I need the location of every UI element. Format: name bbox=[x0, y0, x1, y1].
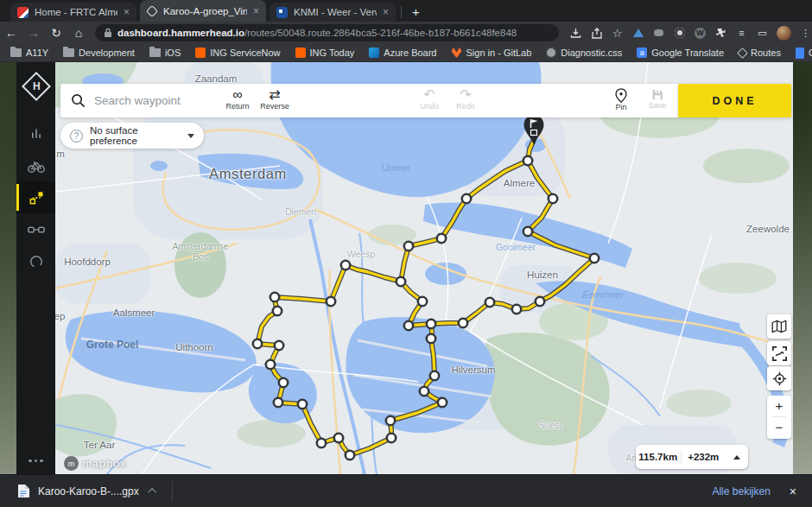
pin-button[interactable]: Pin bbox=[615, 88, 628, 111]
settings-extension-icon[interactable] bbox=[673, 27, 686, 40]
route-start-marker[interactable] bbox=[523, 114, 545, 147]
bookmark-a11y[interactable]: A11Y bbox=[10, 48, 48, 58]
save-button[interactable]: Save bbox=[649, 88, 667, 110]
bookmark-label: Azure Board bbox=[384, 48, 436, 58]
sidebar-item-routes[interactable] bbox=[16, 181, 55, 213]
zoom-in-button[interactable]: + bbox=[767, 396, 791, 416]
bookmark-star-icon[interactable]: ☆ bbox=[611, 27, 624, 40]
view-all-downloads-link[interactable]: Alle bekijken bbox=[712, 485, 770, 497]
map-label: Amsterdam bbox=[209, 166, 287, 182]
map-label: Hilversum bbox=[451, 364, 495, 375]
mapbox-attribution[interactable]: m mapbox bbox=[64, 456, 127, 471]
a11y-extension-icon[interactable] bbox=[631, 27, 644, 40]
search-waypoint-input[interactable] bbox=[94, 94, 206, 107]
hammerhead-logo-icon[interactable]: H bbox=[22, 72, 51, 101]
bookmark-development[interactable]: Development bbox=[63, 48, 135, 58]
wordpress-extension-icon[interactable]: W bbox=[694, 27, 707, 40]
tampermonkey-extension-icon[interactable]: ≡ bbox=[735, 27, 748, 40]
map-label: Aalsmeer bbox=[113, 307, 155, 318]
tab-karoo-route[interactable]: Karoo-A-groep_Vinkeveen-Lo × bbox=[140, 0, 266, 22]
browser-menu-icon[interactable]: ⋮ bbox=[799, 27, 812, 40]
bookmark-google-document[interactable]: Google Document... bbox=[796, 48, 812, 59]
done-button[interactable]: DONE bbox=[678, 84, 791, 117]
redo-button[interactable]: ↷ Redo bbox=[456, 87, 475, 111]
return-loop-icon: ∞ bbox=[232, 87, 242, 102]
screen: Home - FRTC Almere × Karoo-A-groep_Vinke… bbox=[0, 0, 812, 507]
help-icon[interactable]: ? bbox=[70, 130, 83, 143]
url-path: /routes/50048.route.2864bca5-216f-46be-b… bbox=[244, 28, 517, 38]
route-distance: 115.7km bbox=[636, 452, 681, 462]
locate-button[interactable] bbox=[767, 366, 791, 390]
bookmark-diagnostic-css[interactable]: Diagnostic.css bbox=[546, 48, 622, 58]
search-icon bbox=[71, 93, 86, 108]
bookmark-google-translate[interactable]: Google Translate bbox=[637, 48, 724, 58]
home-button[interactable]: ⌂ bbox=[67, 26, 90, 40]
map-label: Zaandam bbox=[195, 73, 238, 84]
sidebar-item-devices[interactable] bbox=[16, 213, 55, 245]
tab-close-icon[interactable]: × bbox=[383, 6, 389, 18]
bookmark-ing-today[interactable]: ING Today bbox=[295, 48, 355, 58]
undo-button[interactable]: ↶ Undo bbox=[420, 87, 439, 111]
folder-icon bbox=[63, 48, 74, 57]
route-stats[interactable]: 115.7km +232m bbox=[636, 445, 748, 469]
back-button[interactable]: ← bbox=[0, 26, 22, 40]
azure-icon bbox=[369, 48, 379, 58]
folder-icon bbox=[149, 48, 161, 57]
close-downloads-bar-icon[interactable]: × bbox=[790, 485, 796, 498]
sidebar-item-activities[interactable] bbox=[16, 117, 55, 149]
bookmark-routes[interactable]: Routes bbox=[739, 48, 781, 58]
share-icon[interactable] bbox=[590, 27, 603, 40]
sidebar-more-button[interactable] bbox=[29, 459, 43, 463]
extensions-puzzle-icon[interactable] bbox=[714, 27, 727, 40]
bar-chart-icon bbox=[28, 125, 45, 143]
sidebar-item-bikes[interactable] bbox=[16, 149, 55, 181]
install-app-icon[interactable] bbox=[569, 27, 582, 40]
reverse-button[interactable]: ⇄ Reverse bbox=[260, 87, 289, 111]
zoom-out-button[interactable]: − bbox=[767, 417, 791, 438]
map-label: Gooimeer bbox=[496, 242, 536, 252]
new-tab-button[interactable]: + bbox=[412, 4, 420, 22]
map-label: Uithoorn bbox=[175, 342, 213, 352]
surface-preference-dropdown[interactable]: ? No surface preference bbox=[60, 123, 204, 149]
bookmark-ing-servicenow[interactable]: ING ServiceNow bbox=[195, 48, 280, 58]
map-canvas[interactable]: ZaandamAmsterdamIJmeerAlmereDiemenWeespG… bbox=[55, 62, 793, 474]
downloads-right: Alle bekijken × bbox=[712, 485, 796, 498]
fit-route-button[interactable] bbox=[767, 341, 791, 365]
tab-knmi[interactable]: KNMI - Weer - Verwachtingen × bbox=[270, 3, 396, 22]
bookmark-label: ING Today bbox=[310, 48, 355, 58]
tab-close-icon[interactable]: × bbox=[124, 6, 130, 18]
side-panel-icon[interactable]: ▭ bbox=[756, 27, 769, 40]
address-bar[interactable]: dashboard.hammerhead.io/routes/50048.rou… bbox=[95, 24, 559, 41]
sidebar-item-sync[interactable] bbox=[16, 245, 55, 277]
download-chevron-icon[interactable] bbox=[148, 488, 156, 497]
mapbox-logo-icon: m bbox=[64, 456, 79, 471]
tab-close-icon[interactable]: × bbox=[253, 5, 259, 17]
bookmark-gitlab[interactable]: Sign in - GitLab bbox=[452, 48, 532, 58]
password-extension-icon[interactable] bbox=[652, 27, 665, 40]
fit-to-screen-icon bbox=[772, 346, 787, 361]
bookmark-azure-board[interactable]: Azure Board bbox=[369, 48, 436, 58]
return-button[interactable]: ∞ Return bbox=[225, 87, 249, 111]
bookmark-label: Development bbox=[79, 48, 135, 58]
profile-avatar[interactable] bbox=[777, 26, 791, 41]
tab-home-frtc[interactable]: Home - FRTC Almere × bbox=[10, 3, 136, 22]
route-elevation: +232m bbox=[682, 452, 726, 462]
chevron-up-icon[interactable] bbox=[733, 455, 740, 459]
route-icon bbox=[28, 189, 45, 206]
map-style-button[interactable] bbox=[767, 314, 791, 339]
reload-button[interactable]: ↻ bbox=[45, 26, 67, 40]
map-label: Weesp bbox=[347, 249, 376, 259]
zoom-controls: + − bbox=[767, 396, 791, 439]
map-label: Ter Aar bbox=[84, 440, 115, 450]
url-domain: dashboard.hammerhead.io bbox=[117, 28, 244, 38]
bookmark-ios[interactable]: iOS bbox=[149, 48, 181, 58]
lock-icon bbox=[104, 28, 112, 38]
forward-button[interactable]: → bbox=[22, 26, 45, 40]
gpx-file-icon bbox=[17, 484, 30, 498]
download-item[interactable]: Karoo-Karoo-B-....gpx bbox=[17, 484, 156, 498]
chevron-down-icon bbox=[187, 134, 194, 138]
reverse-arrows-icon: ⇄ bbox=[269, 87, 280, 102]
waypoint-search[interactable] bbox=[71, 84, 206, 117]
route-editor-toolbar: ∞ Return ⇄ Reverse ↶ Undo ↷ Redo Pin bbox=[60, 84, 678, 117]
map-label: Amsterdamse Bos bbox=[173, 241, 229, 262]
